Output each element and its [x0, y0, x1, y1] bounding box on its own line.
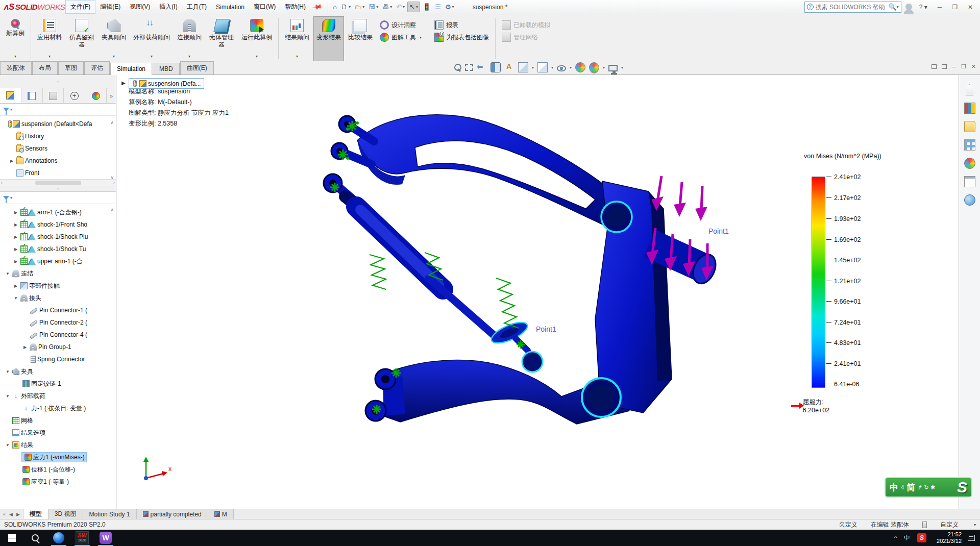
tree-item-front-plane[interactable]: Front: [0, 167, 116, 179]
study-scroll-up-icon[interactable]: ∧: [110, 207, 114, 212]
results-advisor-button[interactable]: 结果顾问▾: [282, 16, 312, 61]
minimize-icon[interactable]: ─: [935, 3, 945, 12]
previous-view-icon[interactable]: [477, 62, 487, 72]
edit-appearance-icon[interactable]: [575, 62, 585, 72]
display-style-dropdown-icon[interactable]: ▾: [551, 65, 553, 70]
taskbar-browser-button[interactable]: [47, 530, 70, 546]
child-restore-icon[interactable]: ❐: [961, 63, 966, 70]
tree-item-fixed-hinge[interactable]: 固定铰链-1: [0, 378, 116, 390]
undo-icon[interactable]: ↶▾: [395, 2, 406, 12]
notification-center-icon[interactable]: [968, 535, 975, 541]
tab-displaymanager[interactable]: [85, 88, 107, 103]
tree-item-pin-connector[interactable]: Pin Connector-2 (: [0, 316, 116, 329]
menu-window[interactable]: 窗口(W): [249, 1, 280, 13]
panel-tab-overflow-icon[interactable]: »: [107, 88, 116, 103]
tab-scroll-first-icon[interactable]: «: [2, 512, 7, 517]
apply-scene-dropdown-icon[interactable]: ▾: [603, 65, 605, 70]
print-icon[interactable]: 🖶▾: [381, 2, 394, 12]
apply-material-button[interactable]: 应用材料▾: [34, 16, 65, 61]
search-dropdown-icon[interactable]: ▾: [897, 5, 899, 9]
tray-expand-icon[interactable]: ^: [894, 535, 897, 541]
tree-item-component[interactable]: ▶ arm-1 (-合金钢-): [0, 206, 116, 218]
tree-item-root[interactable]: suspension (Default<Defa: [0, 118, 116, 130]
design-insight-button[interactable]: 设计洞察: [380, 20, 422, 30]
menu-insert[interactable]: 插入(I): [155, 1, 182, 13]
zoom-area-icon[interactable]: [465, 64, 473, 71]
custom-view-label[interactable]: 自定义: [940, 520, 959, 529]
tree-item-component[interactable]: ▶ shock-1/Front Sho: [0, 218, 116, 231]
tree-scroll-up-icon[interactable]: ∧: [110, 120, 114, 125]
appearances-icon[interactable]: [964, 158, 975, 169]
tree-item-component[interactable]: ▶ shock-1/Shock Tu: [0, 243, 116, 255]
tree-splitter-grip[interactable]: ◦: [0, 186, 116, 192]
menu-simulation[interactable]: Simulation: [211, 2, 249, 13]
include-image-for-report-button[interactable]: 为报表包括图像: [434, 33, 489, 42]
tab-motion-study[interactable]: Motion Study 1: [83, 509, 137, 519]
menu-tools[interactable]: 工具(T): [182, 1, 211, 13]
menu-view[interactable]: 视图(V): [125, 1, 155, 13]
forum-icon[interactable]: [964, 194, 975, 206]
menu-edit[interactable]: 编辑(E): [95, 1, 125, 13]
save-icon[interactable]: 🖫▾: [367, 2, 380, 12]
plot-tools-button[interactable]: 图解工具▾: [380, 33, 422, 42]
fixtures-advisor-button[interactable]: 夹具顾问▾: [99, 16, 129, 61]
search-input[interactable]: [816, 4, 889, 11]
hide-show-items-icon[interactable]: [557, 65, 566, 71]
start-button[interactable]: [0, 530, 23, 546]
input-language-indicator[interactable]: 中: [904, 534, 910, 542]
tree-item-component[interactable]: ▶ shock-1/Shock Plu: [0, 231, 116, 243]
scroll-thumb[interactable]: [35, 181, 81, 185]
simulation-evaluator-button[interactable]: 仿真鉴别器: [66, 16, 97, 61]
taskbar-wps-button[interactable]: W: [94, 530, 117, 546]
tab-3d-views[interactable]: 3D 视图: [48, 509, 83, 519]
tab-scroll-buttons[interactable]: « ◀ ▶: [0, 509, 23, 519]
tree-item-pin-group[interactable]: ▶ Pin Group-1: [0, 341, 116, 353]
shell-manager-button[interactable]: 壳体管理器: [206, 16, 237, 61]
custom-dropdown-icon[interactable]: ▾: [974, 523, 976, 527]
search-icon[interactable]: 🔍: [888, 3, 896, 11]
file-explorer-icon[interactable]: [964, 121, 975, 132]
tree-item-sensors[interactable]: Sensors: [0, 142, 116, 155]
tree-item-external-loads[interactable]: ▼ 外部载荷: [0, 390, 116, 402]
tree-item-results[interactable]: ▼ 结果: [0, 439, 116, 451]
help-search-box[interactable]: ? 🔍 ▾: [804, 2, 901, 13]
restore-icon[interactable]: ❐: [949, 3, 961, 12]
shock-absorber-part[interactable]: [345, 196, 530, 351]
tree-item-mesh[interactable]: 网格: [0, 414, 116, 427]
taskbar-solidworks-button[interactable]: SW 2020: [70, 530, 94, 546]
tray-s-app-icon[interactable]: S: [917, 533, 926, 542]
tab-scroll-right-icon[interactable]: ▶: [15, 512, 21, 517]
upper-arm-part[interactable]: [357, 115, 633, 229]
tab-propertymanager[interactable]: [21, 88, 43, 103]
tab-evaluate[interactable]: 评估: [84, 61, 110, 75]
child-close-icon[interactable]: ✕: [971, 63, 976, 70]
tree-item-history[interactable]: History: [0, 130, 116, 142]
tab-assembly[interactable]: 装配体: [0, 61, 32, 75]
tree-item-pin-connector[interactable]: Pin Connector-4 (: [0, 329, 116, 341]
view-palette-icon[interactable]: [964, 139, 975, 151]
tab-surfaces[interactable]: 曲面(E): [180, 61, 214, 75]
tab-simulation[interactable]: Simulation: [110, 63, 152, 75]
menu-help[interactable]: 帮助(H): [280, 1, 310, 13]
tab-mbd[interactable]: MBD: [153, 63, 180, 75]
tree-item-component-contact[interactable]: ▶ 零部件接触: [0, 280, 116, 292]
tree-item-force[interactable]: 力-1 (:按条目: 变量:): [0, 402, 116, 414]
tree-item-fixtures[interactable]: ▼ 夹具: [0, 365, 116, 378]
tree-item-annotations[interactable]: ▶ Annotations: [0, 155, 116, 167]
study-filter-dropdown-icon[interactable]: ▾: [10, 195, 12, 200]
view-settings-dropdown-icon[interactable]: ▾: [621, 65, 623, 70]
report-button[interactable]: 报表: [434, 20, 489, 30]
tab-featuremanager[interactable]: [0, 88, 21, 103]
close-icon[interactable]: ✕: [965, 3, 976, 12]
zoom-fit-icon[interactable]: [454, 64, 461, 71]
view-orientation-dropdown-icon[interactable]: ▾: [532, 65, 534, 70]
flyout-feature-tree[interactable]: suspension (Defa...: [129, 78, 204, 89]
graphics-viewport[interactable]: ▶ suspension (Defa... 模型名称: suspension 算…: [116, 75, 959, 509]
settings-gear-icon[interactable]: ⚙▾: [444, 2, 456, 12]
new-study-button[interactable]: 新算例▾: [3, 16, 28, 61]
tree-horizontal-scrollbar[interactable]: ‹ ›: [0, 179, 116, 186]
scroll-right-icon[interactable]: ›: [113, 180, 115, 185]
tree-item-spring-connector[interactable]: Spring Connector: [0, 353, 116, 365]
tab-configurationmanager[interactable]: [43, 88, 64, 103]
hide-show-dropdown-icon[interactable]: ▾: [570, 65, 572, 70]
